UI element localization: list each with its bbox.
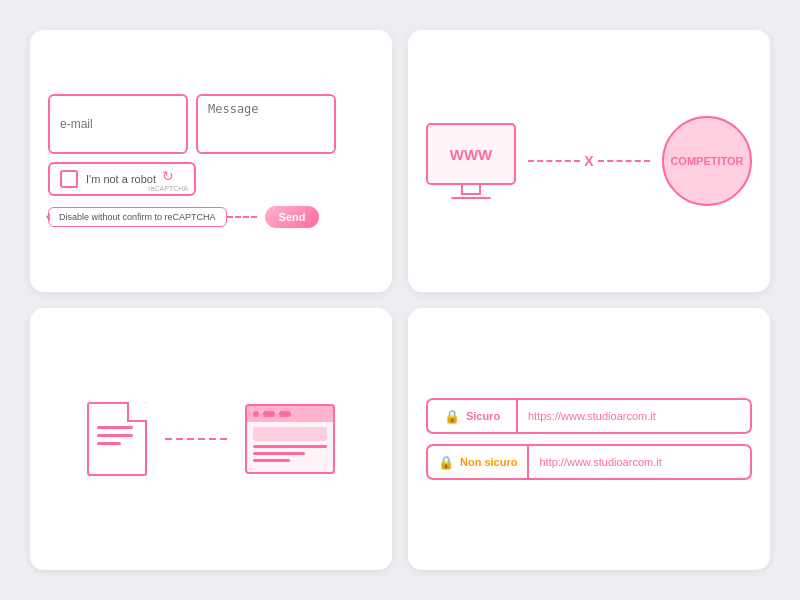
wp-line-2 xyxy=(253,452,305,455)
https-container: 🔒 Sicuro https://www.studioarcom.it 🔒 No… xyxy=(426,398,752,480)
wp-line-3 xyxy=(253,459,290,462)
card-form: I'm not a robot ↻ reCAPTCHA Disable with… xyxy=(30,30,392,292)
monitor: WWW xyxy=(426,123,516,199)
message-input[interactable] xyxy=(196,94,336,154)
card-doc-web xyxy=(30,308,392,570)
form-container: I'm not a robot ↻ reCAPTCHA Disable with… xyxy=(48,94,374,228)
card-www-competitor: WWW X COMPETITOR xyxy=(408,30,770,292)
dashed-left xyxy=(528,160,580,162)
insecure-lock: 🔒 Non sicuro xyxy=(428,446,529,478)
lock-icon-secure: 🔒 xyxy=(444,409,460,424)
dashed-arrow xyxy=(165,438,227,440)
url-bar-secure: 🔒 Sicuro https://www.studioarcom.it xyxy=(426,398,752,434)
dash-6 xyxy=(220,438,227,440)
insecure-url: http://www.studioarcom.it xyxy=(529,456,750,468)
doc-lines xyxy=(89,404,145,453)
form-row-tooltip: Disable without confirm to reCAPTCHA Sen… xyxy=(48,206,374,228)
webpage-body xyxy=(247,422,333,467)
doc-line-2 xyxy=(97,434,133,437)
doc-web-container xyxy=(48,402,374,476)
lock-icon-insecure: 🔒 xyxy=(438,455,454,470)
tooltip-disable: Disable without confirm to reCAPTCHA xyxy=(48,207,227,227)
dot-nav2 xyxy=(279,411,291,417)
monitor-base xyxy=(451,195,491,199)
url-bar-insecure: 🔒 Non sicuro http://www.studioarcom.it xyxy=(426,444,752,480)
dash-1 xyxy=(165,438,172,440)
x-mark: X xyxy=(580,153,597,169)
connection-line: X xyxy=(528,153,650,169)
recaptcha-label: I'm not a robot xyxy=(86,173,156,185)
document-icon xyxy=(87,402,147,476)
insecure-label: Non sicuro xyxy=(460,456,517,468)
monitor-screen: WWW xyxy=(426,123,516,185)
dash-4 xyxy=(198,438,205,440)
dash-3 xyxy=(187,438,194,440)
email-input[interactable] xyxy=(48,94,188,154)
dot-1 xyxy=(253,411,259,417)
wp-line-1 xyxy=(253,445,327,448)
recaptcha-row: I'm not a robot ↻ reCAPTCHA xyxy=(48,162,374,196)
form-row-inputs xyxy=(48,94,374,154)
webpage-header xyxy=(247,406,333,422)
monitor-stand xyxy=(461,185,481,195)
recaptcha-box[interactable]: I'm not a robot ↻ reCAPTCHA xyxy=(48,162,196,196)
dashed-connector xyxy=(227,216,257,218)
wp-hero xyxy=(253,427,327,441)
dot-nav xyxy=(263,411,275,417)
recaptcha-checkbox[interactable] xyxy=(60,170,78,188)
dash-2 xyxy=(176,438,183,440)
secure-label: Sicuro xyxy=(466,410,500,422)
secure-lock: 🔒 Sicuro xyxy=(428,400,518,432)
doc-line-3 xyxy=(97,442,121,445)
recaptcha-logo: ↻ reCAPTCHA xyxy=(148,168,188,193)
main-grid: I'm not a robot ↻ reCAPTCHA Disable with… xyxy=(10,10,790,590)
competitor-circle: COMPETITOR xyxy=(662,116,752,206)
send-button[interactable]: Send xyxy=(265,206,320,228)
secure-url: https://www.studioarcom.it xyxy=(518,410,750,422)
card-https: 🔒 Sicuro https://www.studioarcom.it 🔒 No… xyxy=(408,308,770,570)
dashed-right xyxy=(598,160,650,162)
webpage-mockup xyxy=(245,404,335,474)
dash-5 xyxy=(209,438,216,440)
www-competitor-container: WWW X COMPETITOR xyxy=(426,116,752,206)
doc-line-1 xyxy=(97,426,133,429)
